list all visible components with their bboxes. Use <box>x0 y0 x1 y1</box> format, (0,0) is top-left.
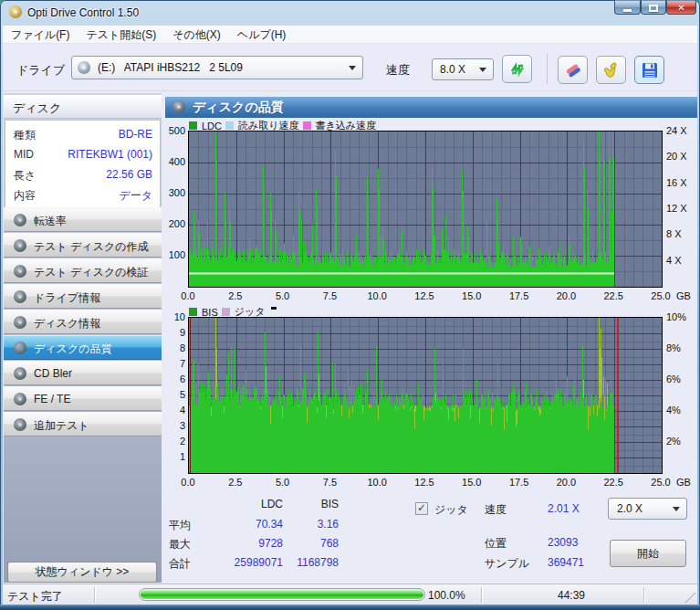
window-title: Opti Drive Control 1.50 <box>27 6 139 19</box>
sidebar-item-4[interactable]: ディスク情報 <box>4 310 162 334</box>
toolbar: ドライブ (E:) ATAPI iHBS212 2 5L09 速度 8.0 X <box>3 44 697 91</box>
sidebar-item-5[interactable]: ディスクの品質 <box>4 335 162 360</box>
menu-item-2[interactable]: その他(X) <box>164 26 229 44</box>
disc-info-row: 種類BD-RE <box>5 124 160 144</box>
axis-tick-label: 400 <box>169 156 185 167</box>
eraser-icon <box>563 61 583 79</box>
disc-icon <box>14 290 26 303</box>
axis-tick-label: 6% <box>666 373 681 384</box>
sidebar-item-2[interactable]: テスト ディスクの検証 <box>4 258 162 283</box>
axis-tick-label: 22.5 <box>601 477 626 488</box>
maximize-button[interactable] <box>641 0 666 15</box>
axis-tick-label: 25.0 <box>648 290 674 301</box>
axis-tick-label: 17.5 <box>507 290 532 301</box>
hand-icon <box>601 60 622 80</box>
floppy-disk-icon <box>641 61 659 79</box>
status-text: テスト完了 <box>7 589 63 605</box>
disc-icon <box>14 239 26 252</box>
jitter-label: ジッタ <box>434 502 468 518</box>
start-button[interactable]: 開始 <box>610 540 686 567</box>
axis-tick-label: 5.0 <box>270 290 296 301</box>
chevron-down-icon <box>673 507 680 511</box>
progress-percent: 100.0% <box>428 589 465 602</box>
hand-button[interactable] <box>596 56 626 84</box>
resize-grip[interactable] <box>684 592 695 603</box>
axis-tick-label: 16 X <box>666 177 687 188</box>
axis-tick-label: 100 <box>169 249 185 260</box>
position-label: 位置 <box>485 536 507 552</box>
axis-tick-label: 20.0 <box>553 290 579 301</box>
disc-icon <box>14 316 26 329</box>
menu-item-3[interactable]: ヘルプ(H) <box>229 26 295 44</box>
axis-tick-label: 7 <box>180 358 185 369</box>
speed2-select[interactable]: 2.0 X <box>608 498 687 520</box>
speed-label: 速度 <box>386 62 410 79</box>
axis-tick-label: 7.5 <box>317 477 342 488</box>
sidebar-item-0[interactable]: 転送率 <box>4 207 162 232</box>
disc-icon <box>14 367 26 380</box>
sidebar: ディスク 種類BD-REMIDRITEKBW1 (001)長さ22.56 GB内… <box>4 93 162 583</box>
chevron-down-icon <box>349 66 356 70</box>
axis-tick-label: 8 <box>180 342 185 353</box>
axis-tick-label: 2.5 <box>223 290 248 301</box>
axis-tick-label: 10 <box>174 311 185 322</box>
save-button[interactable] <box>634 56 664 84</box>
axis-tick-label: 5 <box>180 389 185 400</box>
axis-tick-label: 10.0 <box>364 477 390 488</box>
axis-tick-label: 500 <box>169 125 185 136</box>
axis-tick-label: 25.0 <box>648 477 674 488</box>
axis-tick-label: GB <box>676 290 691 301</box>
axis-tick-label: 20.0 <box>553 477 579 488</box>
disc-icon <box>14 214 26 226</box>
legend-label: LDC <box>202 121 222 131</box>
legend-swatch <box>189 308 197 316</box>
speed-select[interactable]: 8.0 X <box>432 58 494 80</box>
close-button[interactable]: ✕ <box>666 0 696 15</box>
status-window-button[interactable]: 状態ウィンドウ >> <box>7 562 157 583</box>
disc-info-panel: 種類BD-REMIDRITEKBW1 (001)長さ22.56 GB内容データ <box>5 120 161 208</box>
axis-tick-label: 15.0 <box>459 290 485 301</box>
window-bottom-edge <box>0 605 700 610</box>
axis-tick-label: 200 <box>169 218 185 229</box>
axis-tick-label: 24 X <box>666 125 687 136</box>
menu-bar: ファイル(F)テスト開始(S)その他(X)ヘルプ(H) <box>3 26 697 44</box>
sidebar-item-7[interactable]: FE / TE <box>4 386 162 411</box>
speed2-label: 速度 <box>485 502 507 518</box>
main-panel: ディスクの品質 LDC読み取り速度書き込み速度 BISジッタ LDCBIS平均7… <box>163 93 697 607</box>
stats-bis-value: 3.16 <box>238 518 339 531</box>
axis-tick-label: 10.0 <box>364 290 390 301</box>
legend-swatch <box>303 121 311 130</box>
axis-tick-label: 2% <box>666 436 681 447</box>
refresh-arrows-icon <box>508 60 527 79</box>
disc-icon <box>14 342 26 354</box>
axis-tick-label: 9 <box>180 327 185 338</box>
legend-swatch <box>189 121 197 130</box>
axis-tick-label: GB <box>676 477 691 488</box>
axis-tick-label: 0.0 <box>175 290 201 301</box>
sidebar-item-1[interactable]: テスト ディスクの作成 <box>4 233 162 258</box>
minimize-button[interactable] <box>614 0 641 15</box>
jitter-checkbox[interactable] <box>415 502 428 515</box>
axis-tick-label: 3 <box>180 420 185 431</box>
main-header: ディスクの品質 <box>165 97 697 118</box>
stats-col-bis: BIS <box>238 498 339 510</box>
axis-tick-label: 20 X <box>666 151 687 162</box>
sidebar-item-3[interactable]: ドライブ情報 <box>4 284 162 309</box>
legend-swatch <box>225 121 234 130</box>
sidebar-item-6[interactable]: CD Bler <box>4 361 162 385</box>
drive-label: ドライブ <box>16 62 65 79</box>
disc-info-row: 内容データ <box>5 184 160 205</box>
refresh-button[interactable] <box>502 55 532 83</box>
menu-item-1[interactable]: テスト開始(S) <box>78 26 164 44</box>
stats-bis-value: 1168798 <box>238 556 339 569</box>
axis-tick-label: 4 X <box>666 255 682 266</box>
app-window: Opti Drive Control 1.50 ✕ ファイル(F)テスト開始(S… <box>0 0 700 610</box>
sidebar-item-8[interactable]: 追加テスト <box>4 412 162 436</box>
erase-button[interactable] <box>558 56 588 84</box>
axis-tick-label: 2.5 <box>223 477 248 488</box>
drive-select[interactable]: (E:) ATAPI iHBS212 2 5L09 <box>71 56 363 79</box>
axis-tick-label: 4% <box>666 405 681 415</box>
title-bar[interactable]: Opti Drive Control 1.50 ✕ <box>0 0 700 26</box>
menu-item-0[interactable]: ファイル(F) <box>3 26 78 44</box>
status-bar: テスト完了 100.0% 44:39 <box>3 584 697 605</box>
